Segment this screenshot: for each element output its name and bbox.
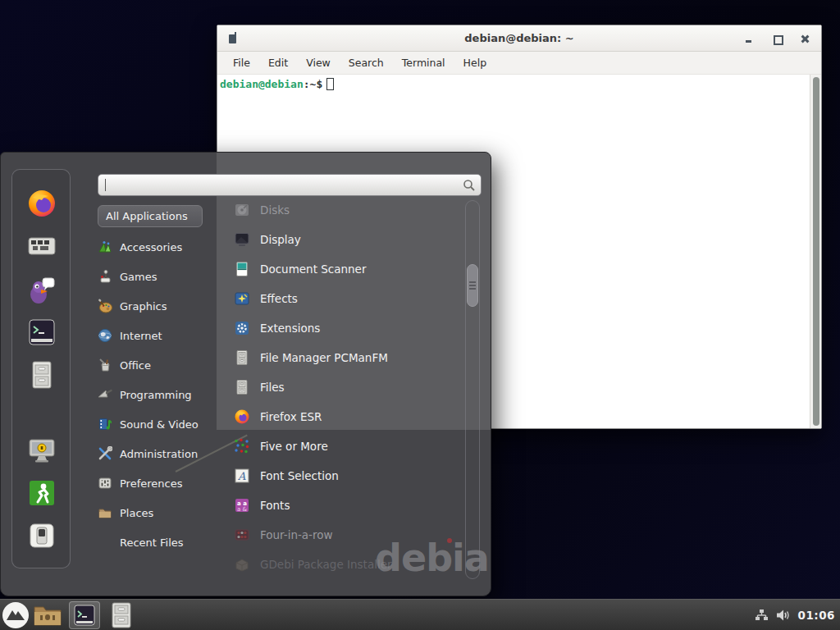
app-label: Fonts xyxy=(260,499,290,512)
fonts-icon: a a a & xyxy=(234,497,250,514)
category-office[interactable]: Office xyxy=(98,350,221,380)
file-cabinet-icon xyxy=(110,602,133,628)
file-cabinet-icon xyxy=(26,359,57,390)
shutdown-shortcut[interactable] xyxy=(26,520,57,551)
category-label: Places xyxy=(120,507,153,519)
menu-scrollbar-thumb[interactable] xyxy=(467,264,478,307)
menu-help[interactable]: Help xyxy=(463,57,487,69)
app-label: Disks xyxy=(260,203,290,217)
office-icon xyxy=(98,358,112,372)
app-five-or-more[interactable]: Five or More xyxy=(234,431,460,461)
app-fonts[interactable]: a a a & Fonts xyxy=(234,491,460,520)
lock-screen-shortcut[interactable] xyxy=(26,435,57,466)
all-applications-label: All Applications xyxy=(106,210,188,222)
logout-icon xyxy=(26,477,57,509)
app-label: Effects xyxy=(260,292,298,305)
internet-icon xyxy=(98,328,112,343)
app-label: Files xyxy=(260,381,285,394)
category-games[interactable]: Games xyxy=(98,262,221,291)
games-icon xyxy=(98,269,112,284)
app-extensions[interactable]: Extensions xyxy=(234,313,460,343)
menu-file[interactable]: File xyxy=(233,57,250,69)
category-programming[interactable]: Programming xyxy=(98,380,221,409)
firefox-esr-icon xyxy=(234,409,250,425)
terminal-cursor xyxy=(326,78,334,90)
start-menu-button[interactable] xyxy=(2,601,30,629)
category-recent-files[interactable]: Recent Files xyxy=(98,527,221,557)
close-button[interactable] xyxy=(800,34,810,43)
app-label: GDebi Package Installer xyxy=(260,558,392,571)
menu-edit[interactable]: Edit xyxy=(268,57,288,69)
app-effects[interactable]: Effects xyxy=(234,284,460,313)
app-font-selection[interactable]: A Font Selection xyxy=(234,461,460,491)
terminal-titlebar[interactable]: debian@debian: ~ xyxy=(217,25,821,52)
document-scanner-icon xyxy=(234,261,250,277)
firefox-shortcut[interactable] xyxy=(26,188,57,219)
app-firefox-esr[interactable]: Firefox ESR xyxy=(234,402,460,431)
category-label: Sound & Video xyxy=(120,418,199,431)
app-file-manager-pcmanfm[interactable]: File Manager PCManFM xyxy=(234,343,460,372)
accessories-icon xyxy=(98,240,112,254)
minimize-button[interactable] xyxy=(744,34,754,43)
volume-icon[interactable] xyxy=(776,609,791,622)
clock[interactable]: 01:06 xyxy=(798,609,835,622)
all-applications-button[interactable]: All Applications xyxy=(98,205,203,227)
administration-icon xyxy=(98,446,112,461)
category-label: Games xyxy=(120,271,157,283)
app-label: Document Scanner xyxy=(260,262,366,276)
app-gdebi-package-installer[interactable]: GDebi Package Installer xyxy=(234,550,460,579)
app-disks[interactable]: Disks xyxy=(234,195,460,225)
app-label: Firefox ESR xyxy=(260,410,322,423)
scrollbar-thumb[interactable] xyxy=(813,77,819,426)
terminal-icon xyxy=(73,604,96,627)
category-label: Programming xyxy=(120,389,192,401)
terminal-scrollbar[interactable] xyxy=(810,75,821,428)
pidgin-shortcut[interactable] xyxy=(26,274,57,305)
app-four-in-a-row[interactable]: Four-in-a-row xyxy=(234,520,460,550)
svg-text:A: A xyxy=(237,470,246,482)
sound-video-icon xyxy=(98,417,112,431)
firefox-icon xyxy=(26,188,57,219)
network-icon[interactable] xyxy=(755,609,769,622)
category-label: Graphics xyxy=(120,300,167,313)
keyboard-shortcut[interactable] xyxy=(26,231,57,262)
file-manager-shortcut[interactable] xyxy=(26,359,57,390)
favorites-panel xyxy=(11,169,71,568)
category-label: Office xyxy=(120,359,151,372)
category-places[interactable]: Places xyxy=(98,498,221,527)
menu-search-box[interactable] xyxy=(98,174,482,196)
logout-shortcut[interactable] xyxy=(26,477,57,509)
taskbar-archive-manager[interactable] xyxy=(110,602,133,628)
app-document-scanner[interactable]: Document Scanner xyxy=(234,254,460,284)
category-internet[interactable]: Internet xyxy=(98,321,221,350)
category-graphics[interactable]: Graphics xyxy=(98,291,221,321)
file-manager-icon xyxy=(234,349,250,366)
application-menu: debian xyxy=(0,152,491,596)
category-label: Recent Files xyxy=(120,536,184,549)
window-title: debian@debian: ~ xyxy=(217,32,821,44)
menu-view[interactable]: View xyxy=(306,57,331,69)
terminal-icon xyxy=(26,317,57,348)
category-accessories[interactable]: Accessories xyxy=(98,232,221,262)
taskbar-file-manager[interactable] xyxy=(33,603,62,628)
menu-search[interactable]: Search xyxy=(349,57,384,69)
taskbar-terminal-active[interactable] xyxy=(69,601,100,629)
display-icon xyxy=(234,231,250,248)
app-files[interactable]: Files xyxy=(234,372,460,402)
category-sound-video[interactable]: Sound & Video xyxy=(98,409,221,439)
gdebi-icon xyxy=(234,556,250,573)
app-label: Font Selection xyxy=(260,469,339,482)
terminal-shortcut[interactable] xyxy=(26,317,57,348)
maximize-button[interactable] xyxy=(772,34,782,43)
menu-scrollbar-track[interactable] xyxy=(465,200,480,579)
search-input[interactable] xyxy=(106,179,463,191)
app-label: Five or More xyxy=(260,440,328,453)
five-or-more-icon xyxy=(234,438,250,454)
menu-terminal[interactable]: Terminal xyxy=(402,57,445,69)
category-preferences[interactable]: Preferences xyxy=(98,468,221,498)
app-display[interactable]: Display xyxy=(234,225,460,254)
folder-icon xyxy=(33,603,62,628)
category-administration[interactable]: Administration xyxy=(98,439,221,468)
app-label: File Manager PCManFM xyxy=(260,351,388,364)
svg-text:a &: a & xyxy=(237,506,248,513)
